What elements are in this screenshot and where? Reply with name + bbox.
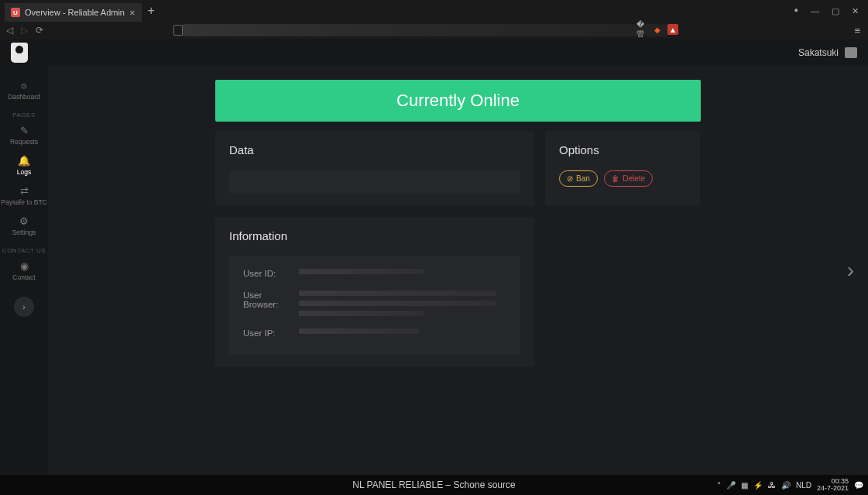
chevron-right-icon: › [22,303,25,311]
redacted-data [229,170,520,194]
brave-warning-icon[interactable]: ▲ [667,24,678,35]
extension-icon[interactable]: ● [794,6,798,16]
sidebar-label: Logs [0,168,48,176]
sidebar-label: Contact [0,273,48,281]
delete-label: Delete [623,174,645,183]
sidebar-item-logs[interactable]: 🔔 Logs [0,150,48,180]
window-controls: ● — ▢ ✕ [794,6,868,16]
redacted-value [299,328,419,334]
tray-mic-icon[interactable]: 🎤 [726,481,736,490]
ban-label: Ban [576,174,590,183]
sidebar-item-contact[interactable]: ◉ Contact [0,256,48,286]
maximize-button[interactable]: ▢ [832,6,839,16]
tab-favicon-icon: U [11,8,20,17]
next-arrow-button[interactable]: › [847,258,854,283]
status-banner: Currently Online [215,80,701,122]
redacted-value [299,290,496,296]
circle-icon: ◉ [0,260,48,272]
tray-expand-icon[interactable]: ˄ [717,481,721,490]
edit-icon: ✎ [0,125,48,136]
card-title-data: Data [229,143,520,156]
tray-date: 24-7-2021 [817,485,849,492]
taskbar-caption: NL PANEL RELIABLE – Schone source [352,480,515,490]
taskbar: NL PANEL RELIABLE – Schone source ˄ 🎤 ▦ … [0,475,868,495]
system-tray: ˄ 🎤 ▦ ⚡ 🖧 🔊 NLD 00:35 24-7-2021 💬 [717,478,868,492]
card-data: Data [215,131,534,206]
tray-clock[interactable]: 00:35 24-7-2021 [817,478,849,492]
info-key: User ID: [243,269,299,278]
tab-title: Overview - Reliable Admin [25,8,125,17]
gear-icon: ⚙ [0,215,48,227]
sidebar-item-settings[interactable]: ⚙ Settings [0,211,48,241]
sidebar-item-requests[interactable]: ✎ Requests [0,120,48,150]
tray-power-icon[interactable]: ⚡ [753,481,763,490]
avatar-icon [845,47,857,58]
card-information: Information User ID: User Browser: User … [215,217,534,367]
user-menu[interactable]: Sakatsuki [798,47,857,58]
tray-network-icon[interactable]: 🖧 [768,481,776,490]
sidebar-expand-button[interactable]: › [14,297,34,317]
card-title-options: Options [559,143,686,156]
chevron-right-icon: › [847,258,854,282]
brave-shield-icon[interactable]: ◆ [652,24,663,35]
close-window-button[interactable]: ✕ [852,6,859,16]
ban-button[interactable]: ⊘ Ban [559,170,598,187]
redacted-value [299,311,424,316]
sidebar-label: Dashboard [0,93,48,101]
sidebar-heading-pages: PAGES [12,112,35,119]
trash-icon: 🗑 [612,174,619,183]
transfer-icon: ⇄ [0,185,48,197]
sidebar-label: Paysafe to BTC [0,198,48,206]
tab-close-icon[interactable]: × [129,7,136,19]
tray-volume-icon[interactable]: 🔊 [781,481,791,490]
browser-titlebar: U Overview - Reliable Admin × + ● — ▢ ✕ [0,0,868,22]
browser-tab[interactable]: U Overview - Reliable Admin × [5,3,142,22]
username-label: Sakatsuki [798,47,839,58]
tray-notifications-icon[interactable]: 💬 [854,481,863,490]
minimize-button[interactable]: — [811,6,819,16]
back-button[interactable]: ◁ [6,25,13,36]
url-extension-icons: �管 ◆ ▲ [636,24,678,35]
info-key: User Browser: [243,290,299,309]
info-row-user-id: User ID: [243,269,506,278]
sidebar-heading-contact: CONTACT US [2,247,46,254]
tray-app-icon[interactable]: ▦ [741,481,748,490]
forward-button[interactable]: ▷ [21,25,28,36]
info-row-user-ip: User IP: [243,328,506,338]
redacted-value [299,269,424,274]
redacted-value [299,301,496,306]
browser-menu-icon[interactable]: ≡ [854,25,860,36]
info-key: User IP: [243,328,299,338]
app-header: Sakatsuki [0,39,868,66]
main-content: Currently Online Data Options ⊘ Ban 🗑 De… [48,66,868,475]
url-bar[interactable] [183,24,668,36]
browser-navbar: ◁ ▷ ⟳ [0,22,868,39]
sidebar-label: Settings [0,229,48,236]
sidebar-item-dashboard[interactable]: ⌾ Dashboard [0,75,48,105]
card-options: Options ⊘ Ban 🗑 Delete [545,131,700,206]
app-logo-icon[interactable] [11,43,28,63]
reload-button[interactable]: ⟳ [36,25,43,36]
info-row-user-browser: User Browser: [243,290,506,316]
tray-language[interactable]: NLD [796,481,811,490]
bell-icon: 🔔 [0,155,48,167]
ban-icon: ⊘ [567,174,573,183]
sidebar-item-paysafe[interactable]: ⇄ Paysafe to BTC [0,180,48,211]
delete-button[interactable]: 🗑 Delete [604,170,653,187]
sidebar: ⌾ Dashboard PAGES ✎ Requests 🔔 Logs ⇄ Pa… [0,66,48,475]
gauge-icon: ⌾ [0,80,48,91]
translate-icon[interactable]: �管 [636,24,647,35]
sidebar-label: Requests [0,138,48,146]
card-title-info: Information [229,229,520,242]
new-tab-button[interactable]: + [148,4,155,18]
